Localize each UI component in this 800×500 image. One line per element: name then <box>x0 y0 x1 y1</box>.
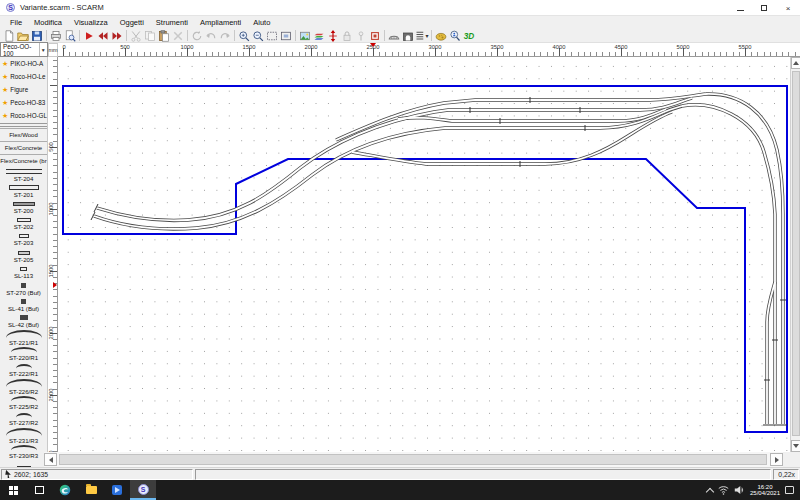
track-part-item[interactable]: SL-41 (Buf) <box>0 297 47 313</box>
menu-visualizza[interactable]: Visualizza <box>68 18 114 27</box>
volume-icon[interactable] <box>734 485 745 495</box>
scroll-right-button[interactable] <box>770 453 783 466</box>
inspect-button[interactable] <box>448 29 462 43</box>
track-part-icon <box>13 202 35 206</box>
file-explorer-button[interactable] <box>78 480 104 500</box>
track-part-item[interactable] <box>0 460 47 467</box>
close-button[interactable]: × <box>776 0 800 16</box>
nav-first-button[interactable] <box>96 29 110 43</box>
track-part-item[interactable]: ST-227/R2 <box>0 411 47 427</box>
track-part-item[interactable]: ST-205 <box>0 248 47 264</box>
track-part-item[interactable]: ST-225/R2 <box>0 395 47 411</box>
library-favorite-item[interactable]: ★ Roco-HO-Le <box>0 70 47 83</box>
print-preview-button[interactable] <box>63 29 77 43</box>
library-favorite-item[interactable]: ★ PIKO-HO-A <box>0 57 47 70</box>
track-part-item[interactable]: ST-221/R1 <box>0 330 47 346</box>
track-part-label: ST-222/R1 <box>9 370 38 377</box>
inspect-figure-icon <box>449 30 461 42</box>
open-button[interactable] <box>16 29 30 43</box>
horizontal-scroll-thumb[interactable] <box>59 454 767 465</box>
system-tray: 16:20 25/04/2021 <box>707 480 794 500</box>
zoom-area-button[interactable] <box>265 29 279 43</box>
flex-track-item[interactable]: Flex/Concrete <box>0 141 47 154</box>
scarm-taskbar-button[interactable]: S <box>130 480 156 500</box>
delete-button[interactable] <box>171 29 185 43</box>
track-part-item[interactable]: ST-204 <box>0 167 47 183</box>
track-part-icon <box>6 428 42 436</box>
menu-ampliamenti[interactable]: Ampliamenti <box>194 18 247 27</box>
nav-last-button[interactable] <box>110 29 124 43</box>
track-part-item[interactable]: ST-220/R1 <box>0 346 47 362</box>
library-favorite-item[interactable]: ★ Peco-HO-83 <box>0 96 47 109</box>
tunnel-icon <box>402 30 414 42</box>
zoom-fit-button[interactable] <box>279 29 293 43</box>
track-part-item[interactable]: ST-226/R2 <box>0 379 47 395</box>
scroll-left-button[interactable] <box>44 453 57 466</box>
track-part-item[interactable]: ST-203 <box>0 232 47 248</box>
library-favorite-item[interactable]: ★ Figure <box>0 83 47 96</box>
track-part-item[interactable]: SL-42 (Buf) <box>0 314 47 330</box>
wifi-icon[interactable] <box>718 485 729 495</box>
vertical-scroll-thumb[interactable] <box>792 71 800 436</box>
rotate-button[interactable] <box>190 29 204 43</box>
flex-track-item[interactable]: Flex/Concrete (br <box>0 154 47 167</box>
copy-button[interactable] <box>143 29 157 43</box>
bridge-button[interactable] <box>387 29 401 43</box>
menu-oggetti[interactable]: Oggetti <box>114 18 150 27</box>
tunnel-button[interactable] <box>401 29 415 43</box>
track-part-item[interactable]: ST-201 <box>0 183 47 199</box>
library-selector-value: Peco-OO-100 <box>3 43 39 57</box>
paste-button[interactable] <box>157 29 171 43</box>
vertical-scrollbar[interactable] <box>790 57 800 452</box>
lock-button[interactable] <box>340 29 354 43</box>
start-button[interactable] <box>0 480 26 500</box>
view-3d-button[interactable]: 3D <box>462 29 476 43</box>
track-part-item[interactable]: ST-222/R1 <box>0 363 47 379</box>
layers-button[interactable] <box>312 29 326 43</box>
arrow-left-icon <box>49 457 53 463</box>
menu-file[interactable]: File <box>4 18 28 27</box>
track-part-item[interactable]: ST-270 (Buf) <box>0 281 47 297</box>
track-part-item[interactable]: ST-202 <box>0 216 47 232</box>
track-part-item[interactable]: SL-113 <box>0 265 47 281</box>
flex-track-item[interactable]: Flex/Wood <box>0 128 47 141</box>
stop-button[interactable] <box>368 29 382 43</box>
flip-vertical-button[interactable] <box>326 29 340 43</box>
maximize-button[interactable] <box>752 0 776 16</box>
layout-canvas[interactable] <box>58 57 790 452</box>
new-button[interactable] <box>2 29 16 43</box>
library-favorite-item[interactable]: ★ Roco-HO-GL <box>0 109 47 122</box>
terrain-button[interactable] <box>434 29 448 43</box>
background-image-button[interactable] <box>298 29 312 43</box>
track-part-icon <box>11 445 37 451</box>
cut-button[interactable] <box>129 29 143 43</box>
track-part-icon <box>18 251 30 255</box>
edge-button[interactable] <box>52 480 78 500</box>
blue-app-button[interactable] <box>104 480 130 500</box>
menu-strumenti[interactable]: Strumenti <box>150 18 194 27</box>
task-view-button[interactable] <box>26 480 52 500</box>
zoom-out-button[interactable] <box>251 29 265 43</box>
track-part-item[interactable]: ST-230/R3 <box>0 444 47 460</box>
save-button[interactable] <box>30 29 44 43</box>
taskbar-clock[interactable]: 16:20 25/04/2021 <box>750 484 780 497</box>
scroll-up-button[interactable] <box>791 57 800 69</box>
menu-modifica[interactable]: Modifica <box>28 18 68 27</box>
horizontal-scrollbar[interactable] <box>44 452 783 467</box>
library-selector[interactable]: Peco-OO-100 ▼ <box>0 42 48 57</box>
track-part-item[interactable]: ST-231/R3 <box>0 428 47 444</box>
track-part-item[interactable]: ST-200 <box>0 200 47 216</box>
action-center-icon[interactable] <box>785 486 794 494</box>
menu-aiuto[interactable]: Aiuto <box>247 18 276 27</box>
pin-button[interactable] <box>354 29 368 43</box>
zoom-in-button[interactable] <box>237 29 251 43</box>
redo-button[interactable] <box>218 29 232 43</box>
parts-list-button[interactable]: ▾ <box>415 29 429 43</box>
minimize-button[interactable] <box>728 0 752 16</box>
undo-button[interactable] <box>204 29 218 43</box>
star-icon: ★ <box>2 112 8 120</box>
print-button[interactable] <box>49 29 63 43</box>
scroll-down-button[interactable] <box>791 440 800 452</box>
hidden-icons-chevron[interactable] <box>706 487 714 495</box>
run-button[interactable] <box>82 29 96 43</box>
